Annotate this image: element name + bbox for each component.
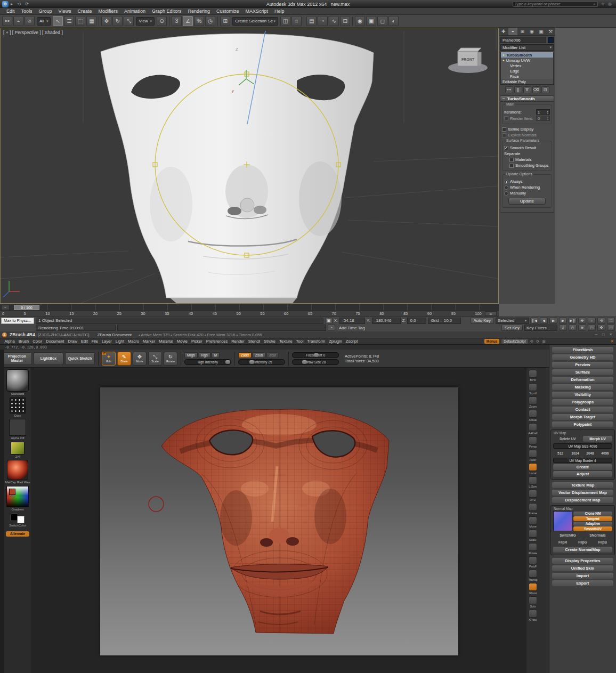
zoom-extents-icon[interactable]: ⊕ <box>578 325 586 331</box>
selection-filter-dropdown[interactable]: All▾ <box>37 17 51 26</box>
z-coordinate-field[interactable]: 0,0 <box>407 318 426 324</box>
right-shelf-button[interactable]: Actual <box>529 410 537 421</box>
curve-editor-icon[interactable]: ∿ <box>329 16 339 26</box>
right-shelf-button[interactable]: Scale <box>529 530 537 541</box>
viewcube[interactable]: FRONT <box>448 48 488 73</box>
zbrush-menu-item[interactable]: File <box>90 339 100 344</box>
align-icon[interactable]: ≡ <box>291 16 302 26</box>
timeline-end-icon[interactable]: ◂▸ <box>485 311 497 316</box>
tool-section-button[interactable]: Surface <box>552 369 613 375</box>
isoline-display-checkbox[interactable] <box>502 127 506 132</box>
show-end-result-icon[interactable]: ∥ <box>514 86 522 93</box>
modifier-bulb-icon[interactable]: ● <box>502 59 505 62</box>
zbrush-document[interactable] <box>100 387 458 655</box>
modifier-stack-item[interactable]: ●Edge <box>501 68 553 74</box>
right-shelf-icon[interactable] <box>529 436 537 444</box>
use-pivot-center-icon[interactable]: ⊙ <box>157 16 167 26</box>
time-slider[interactable]: 0 / 100 <box>14 305 39 310</box>
play-icon[interactable]: ▶ <box>549 318 557 324</box>
tool-section-button[interactable]: Visibility <box>552 392 613 398</box>
menu-item[interactable]: Group <box>36 9 55 14</box>
right-shelf-icon[interactable] <box>529 476 537 484</box>
zbrush-menu-item[interactable]: Picker <box>189 339 204 344</box>
pin-stack-icon[interactable]: ⊶ <box>505 86 513 93</box>
zbrush-menu-item[interactable]: Render <box>230 339 247 344</box>
right-shelf-icon[interactable] <box>529 583 537 591</box>
scale-button[interactable]: ⤡ Scale <box>148 352 162 366</box>
make-unique-icon[interactable]: ∀ <box>523 86 531 93</box>
render-setup-icon[interactable]: ▣ <box>366 16 376 26</box>
update-button[interactable]: Update <box>508 198 546 205</box>
menu-item[interactable]: Tools <box>18 9 36 14</box>
go-to-end-icon[interactable]: ▶❙ <box>569 318 577 324</box>
angle-snap-icon[interactable]: ∠ <box>183 16 193 26</box>
select-and-link-icon[interactable]: ⚯ <box>2 16 12 26</box>
current-texture-thumbnail[interactable] <box>11 442 25 455</box>
tool-section-button[interactable]: Contact <box>552 407 613 412</box>
right-shelf-button[interactable]: Rotate <box>529 543 537 555</box>
z-intensity-slider[interactable]: Z Intensity 25 <box>238 359 285 365</box>
object-name-field[interactable]: Plane006 <box>500 37 546 43</box>
right-shelf-button[interactable]: XPose <box>529 610 537 621</box>
menu-item[interactable]: Edit <box>3 9 18 14</box>
spinner-snap-icon[interactable]: ◷ <box>205 16 215 26</box>
zbrush-menu-item[interactable]: Macro <box>126 339 141 344</box>
zbrush-menu-item[interactable]: Movie <box>175 339 189 344</box>
right-shelf-icon[interactable] <box>529 596 537 604</box>
adaptive-button[interactable]: Adaptive <box>573 522 612 526</box>
transform-lock-icon[interactable]: ▣ <box>325 318 333 324</box>
color-picker-inner-swatch[interactable] <box>9 489 15 495</box>
face-mesh[interactable] <box>101 34 374 303</box>
right-shelf-button[interactable]: Move <box>529 516 537 528</box>
layer-manager-icon[interactable]: ▤ <box>306 16 317 26</box>
modifier-list-dropdown[interactable]: Modifier List▾ <box>500 44 554 51</box>
tool-section-button[interactable]: Deformation <box>552 377 613 383</box>
rotate-button[interactable]: ↻ Rotate <box>164 352 177 366</box>
menu-item[interactable]: Create <box>74 9 95 14</box>
modifier-stack-item[interactable]: ●Face <box>501 74 553 79</box>
maximize-viewport-icon[interactable]: ⛶ <box>607 318 615 324</box>
zbrush-menu-item[interactable]: Preferences <box>204 339 229 344</box>
bind-to-spacewarp-icon[interactable]: ≋ <box>25 16 35 26</box>
smooth-result-checkbox[interactable]: ✓ <box>504 146 508 150</box>
tool-section-button[interactable]: Vector Displacement Map <box>552 490 613 496</box>
tool-section-button[interactable]: Unified Skin <box>552 565 613 571</box>
percent-snap-icon[interactable]: % <box>194 16 204 26</box>
rollout-header[interactable]: − TurboSmooth <box>500 95 554 102</box>
menu-item[interactable]: Modifiers <box>95 9 121 14</box>
snap-toggle-3d-icon[interactable]: 3 <box>172 16 182 26</box>
snormals-button[interactable]: SNormals <box>583 532 612 538</box>
right-shelf-button[interactable]: Local <box>529 463 537 475</box>
menu-item[interactable]: Views <box>55 9 75 14</box>
right-shelf-icon[interactable] <box>529 610 537 618</box>
edit-button[interactable]: 17 ✦ Edit <box>102 352 116 366</box>
tool-section-button[interactable]: Export <box>552 580 613 586</box>
m-button[interactable]: M <box>212 352 220 358</box>
zbrush-menu-item[interactable]: Layer <box>100 339 114 344</box>
menu-item[interactable]: Graph Editors <box>149 9 185 14</box>
open-mini-curve-editor-icon[interactable]: ≈ <box>1 305 10 310</box>
maximize-toggle-icon[interactable]: ◰ <box>607 325 615 331</box>
uv-map-size-slider[interactable]: UV Map Size 4096 <box>553 443 612 449</box>
when-rendering-radio[interactable] <box>504 185 508 190</box>
y-coordinate-field[interactable]: -180,946 <box>372 318 401 324</box>
iterations-spinner[interactable]: 1▴▾ <box>536 109 550 115</box>
walk-through-icon[interactable]: ✜ <box>597 325 605 331</box>
current-stroke-thumbnail[interactable] <box>10 398 26 413</box>
switch-color-control[interactable] <box>11 514 25 523</box>
always-radio[interactable] <box>504 180 508 184</box>
remove-modifier-icon[interactable]: ⌫ <box>532 86 540 93</box>
zsub-button[interactable]: Zsub <box>253 352 265 358</box>
explicit-normals-checkbox[interactable] <box>502 133 506 137</box>
zcut-button[interactable]: Zcut <box>266 352 279 358</box>
add-time-tag[interactable]: Add Time Tag <box>337 326 367 330</box>
menu-item[interactable]: Rendering <box>185 9 214 14</box>
search-icon[interactable]: ⌕ <box>593 2 595 7</box>
color-picker[interactable] <box>6 486 29 507</box>
time-tag-icon[interactable]: ◔ <box>328 325 335 331</box>
right-shelf-button[interactable]: Ghost <box>529 583 537 595</box>
zbrush-menu-item[interactable]: Stencil <box>246 339 262 344</box>
right-shelf-button[interactable]: Floor <box>529 450 537 461</box>
move-button[interactable]: ✥ Move <box>133 352 147 366</box>
collapse-icon[interactable]: − <box>502 96 505 101</box>
